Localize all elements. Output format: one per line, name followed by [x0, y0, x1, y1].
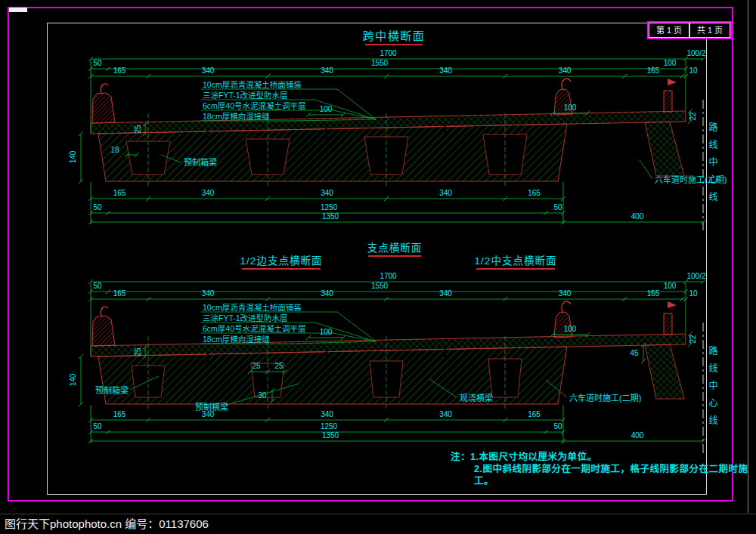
dim-label: 340: [321, 189, 333, 197]
dim-label: 100: [664, 282, 677, 290]
dim-label: 25: [134, 347, 142, 357]
dim-label: 1550: [371, 59, 389, 67]
dim-label: 165: [647, 289, 660, 298]
girder-label: 预制箱梁: [184, 157, 217, 167]
dim-label: 165: [528, 410, 541, 418]
dim-label: 165: [528, 189, 541, 197]
dim-label: 10: [689, 289, 698, 298]
dim-label: 165: [113, 66, 126, 75]
notes-prefix: 注：: [451, 452, 470, 462]
watermark-text: 图行天下photophoto.cn 编号：01137606: [5, 517, 209, 530]
dim-label: 1700: [380, 49, 397, 57]
layer-note: 三涂FYT-1改进型防水层: [203, 91, 288, 100]
dim-label: 340: [439, 189, 452, 197]
layer-note: 10cm厚沥青混凝土桥面铺装: [203, 80, 302, 89]
dim-label: 1350: [322, 212, 339, 221]
section-subtitle-left: 1/2边支点横断面: [240, 255, 323, 267]
dim-label: 165: [647, 66, 660, 75]
layer-note: 18cm厚横向湿接缝: [203, 112, 270, 121]
note-line-1: 1.本图尺寸均以厘米为单位。: [470, 452, 596, 462]
title-underline: [365, 44, 423, 45]
dim-label: 50: [93, 282, 102, 290]
dim-label: 50: [93, 59, 102, 67]
dim-label: 1700: [380, 272, 397, 280]
girder-label: 预制箱梁: [95, 385, 129, 395]
dim-label: 1250: [321, 422, 338, 431]
layer-note: 18cm厚横向湿接缝: [203, 335, 270, 344]
dim-label: 400: [631, 431, 644, 440]
midspan-section: 跨中横断面 10cm厚沥青混凝土桥面铺装 三涂FYT-1改进型防水层 6cm厚4…: [91, 29, 727, 233]
dim-label: 25: [134, 125, 142, 134]
dim-label: 340: [439, 289, 452, 298]
dim-label: 140: [69, 373, 77, 386]
support-section: 支点横断面 1/2边支点横断面 1/2中支点横断面 10cm厚沥青混凝土桥面铺装…: [91, 242, 703, 453]
dim-label: 340: [202, 66, 215, 75]
phase2-half-girder: [645, 344, 684, 399]
barrier-left-rail: [101, 307, 108, 316]
layer-note: 10cm厚沥青混凝土桥面铺装: [203, 303, 302, 312]
wet-joint: [326, 351, 328, 362]
dim-label: 100: [664, 59, 677, 67]
section-title: 跨中横断面: [363, 29, 426, 42]
dim-label: 340: [202, 410, 215, 418]
dim-label: 100/2: [686, 272, 705, 280]
barrier-median-rail: [562, 301, 571, 313]
dim-label: 22: [689, 335, 697, 344]
dim-label: 100: [320, 328, 333, 336]
dim-label: 165: [113, 189, 126, 197]
dim-label: 340: [439, 66, 452, 75]
dim-label: 25: [274, 362, 284, 370]
temp-post-flag: [668, 301, 677, 313]
barrier-left: [92, 316, 115, 346]
notes: 注：1.本图尺寸均以厘米为单位。 2.图中斜线阴影部分在一期时施工，格子线阴影部…: [451, 451, 756, 487]
dim-label: 45: [630, 349, 639, 357]
dim-label: 25: [252, 362, 261, 370]
centerline-label: 路线中心线: [706, 346, 719, 433]
dim-label: 340: [439, 410, 452, 418]
dim-label: 1350: [322, 431, 339, 440]
barrier-left: [92, 93, 115, 123]
subtitle-underline: [476, 268, 555, 270]
dim-label: 165: [113, 289, 126, 298]
dim-label: 165: [113, 410, 126, 418]
wet-joint: [445, 125, 447, 136]
note-line-2: 2.图中斜线阴影部分在一期时施工，格子线阴影部分在二期时施工。: [474, 463, 756, 487]
wet-joint: [207, 131, 209, 141]
wet-joint: [445, 348, 447, 359]
layer-note: 6cm厚40号水泥混凝土调平层: [203, 324, 306, 333]
dim-label: 30: [258, 391, 267, 400]
layer-note: 三涂FYT-1改进型防水层: [203, 313, 288, 323]
wet-joint: [207, 353, 209, 364]
dim-label: 1550: [371, 282, 389, 290]
dim-label: 22: [689, 112, 697, 121]
dim-label: 140: [69, 150, 77, 163]
cad-drawing: 跨中横断面 10cm厚沥青混凝土桥面铺装 三涂FYT-1改进型防水层 6cm厚4…: [0, 0, 756, 511]
dim-label: 340: [559, 289, 572, 298]
page: { "sheet": { "page_label": "第 1 页", "tot…: [0, 0, 756, 534]
dim-label: 50: [93, 203, 102, 211]
dim-label: 50: [93, 422, 102, 431]
temp-post-flag: [668, 79, 677, 91]
phase2-half-girder: [645, 122, 684, 176]
dim-label: 18: [110, 146, 119, 154]
note-row-1: 注：1.本图尺寸均以厘米为单位。: [451, 451, 756, 463]
layer-note: 6cm厚40号水泥混凝土调平层: [203, 101, 306, 110]
cast-crossbeam-label: 现浇横梁: [460, 393, 493, 403]
dim-label: 340: [559, 66, 572, 75]
temp-post: [664, 313, 672, 335]
wet-joint: [326, 128, 328, 139]
dim-label: 100/2: [686, 49, 705, 57]
subtitle-underline: [242, 268, 321, 270]
barrier-median-rail: [562, 79, 571, 90]
dim-label: 400: [631, 212, 644, 221]
dim-label: 50: [553, 422, 562, 431]
dim-label: 100: [564, 325, 577, 333]
centerline-label: 路线中心线: [706, 122, 719, 209]
title-underline: [368, 255, 421, 257]
dim-label: 340: [202, 189, 215, 197]
section-subtitle-right: 1/2中支点横断面: [475, 255, 557, 267]
barrier-left-rail: [101, 84, 108, 94]
dim-label: 340: [321, 289, 333, 298]
phase2-label: 六车道时施工(二期): [569, 393, 641, 403]
dim-label: 1250: [321, 203, 338, 211]
